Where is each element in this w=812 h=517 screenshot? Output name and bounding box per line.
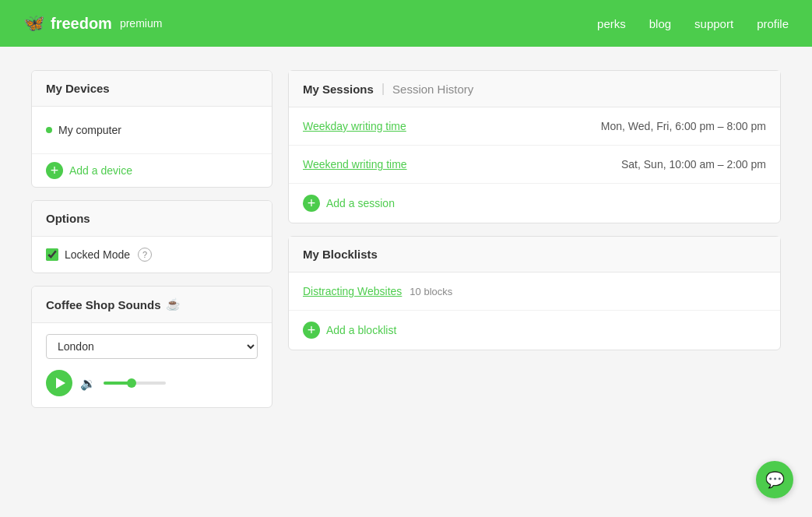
- my-devices-card: My Devices My computer + Add a device: [31, 70, 272, 188]
- add-blocklist-button[interactable]: + Add a blocklist: [289, 311, 780, 350]
- coffee-shop-card: Coffee Shop Sounds ☕ London New York Par…: [31, 286, 272, 408]
- tab-divider: |: [381, 82, 385, 96]
- my-devices-body: My computer: [32, 107, 272, 153]
- session-time-weekday: Mon, Wed, Fri, 6:00 pm – 8:00 pm: [601, 120, 766, 132]
- device-item-computer[interactable]: My computer: [46, 118, 258, 142]
- location-select[interactable]: London New York Paris Tokyo: [46, 334, 258, 359]
- locked-mode-checkbox[interactable]: [46, 248, 58, 261]
- options-card: Options Locked Mode ?: [31, 200, 272, 273]
- butterfly-icon: 🦋: [23, 13, 44, 33]
- session-row-weekday: Weekday writing time Mon, Wed, Fri, 6:00…: [289, 107, 780, 146]
- locked-mode-label: Locked Mode: [65, 248, 130, 261]
- add-device-button[interactable]: + Add a device: [32, 153, 272, 187]
- play-icon: [56, 378, 65, 389]
- locked-mode-row: Locked Mode ?: [46, 248, 258, 262]
- coffee-shop-title: Coffee Shop Sounds: [46, 298, 161, 311]
- nav-blog[interactable]: blog: [649, 17, 671, 30]
- logo-premium: premium: [120, 17, 162, 30]
- chat-bubble-icon: 💬: [765, 470, 785, 489]
- add-session-label: Add a session: [326, 197, 395, 209]
- session-name-weekend[interactable]: Weekend writing time: [303, 158, 407, 171]
- volume-knob: [127, 378, 136, 388]
- app-header: 🦋 freedom premium perks blog support pro…: [0, 0, 812, 47]
- add-device-icon: +: [46, 162, 63, 179]
- right-column: My Sessions | Session History Weekday wr…: [288, 70, 781, 408]
- add-session-icon: +: [303, 195, 320, 212]
- add-blocklist-icon: +: [303, 322, 320, 339]
- blocks-count-badge: 10 blocks: [410, 286, 452, 297]
- blocklist-row-distracting: Distracting Websites 10 blocks: [289, 273, 780, 311]
- left-column: My Devices My computer + Add a device Op…: [31, 70, 272, 408]
- device-status-dot: [46, 127, 52, 133]
- nav-perks[interactable]: perks: [597, 17, 626, 30]
- coffee-shop-header: Coffee Shop Sounds ☕: [32, 287, 272, 323]
- coffee-shop-emoji: ☕: [166, 297, 181, 311]
- add-session-button[interactable]: + Add a session: [289, 184, 780, 223]
- logo-name: freedom: [51, 15, 112, 33]
- my-devices-header: My Devices: [32, 71, 272, 107]
- blocklist-name-distracting[interactable]: Distracting Websites: [303, 285, 402, 297]
- audio-controls: 🔉: [46, 370, 258, 396]
- volume-icon: 🔉: [80, 376, 96, 391]
- play-button[interactable]: [46, 370, 72, 396]
- tab-my-sessions[interactable]: My Sessions: [303, 83, 374, 96]
- device-name: My computer: [58, 124, 121, 136]
- volume-slider[interactable]: [104, 382, 166, 385]
- options-body: Locked Mode ?: [32, 237, 272, 273]
- options-header: Options: [32, 201, 272, 237]
- coffee-shop-body: London New York Paris Tokyo 🔉: [32, 323, 272, 407]
- logo[interactable]: 🦋 freedom premium: [23, 13, 162, 33]
- add-device-label: Add a device: [69, 164, 132, 177]
- tab-session-history[interactable]: Session History: [392, 83, 473, 96]
- nav-support[interactable]: support: [694, 17, 733, 30]
- session-row-weekend: Weekend writing time Sat, Sun, 10:00 am …: [289, 146, 780, 184]
- locked-mode-help-icon[interactable]: ?: [138, 248, 152, 262]
- chat-bubble-button[interactable]: 💬: [756, 461, 793, 498]
- blocklists-header: My Blocklists: [289, 237, 780, 273]
- blocklists-card: My Blocklists Distracting Websites 10 bl…: [288, 236, 781, 350]
- main-nav: perks blog support profile: [597, 17, 789, 30]
- add-blocklist-label: Add a blocklist: [326, 324, 396, 336]
- main-content: My Devices My computer + Add a device Op…: [0, 47, 812, 431]
- sessions-header: My Sessions | Session History: [289, 71, 780, 107]
- session-name-weekday[interactable]: Weekday writing time: [303, 120, 406, 132]
- nav-profile[interactable]: profile: [757, 17, 789, 30]
- sessions-card: My Sessions | Session History Weekday wr…: [288, 70, 781, 223]
- session-time-weekend: Sat, Sun, 10:00 am – 2:00 pm: [621, 158, 766, 171]
